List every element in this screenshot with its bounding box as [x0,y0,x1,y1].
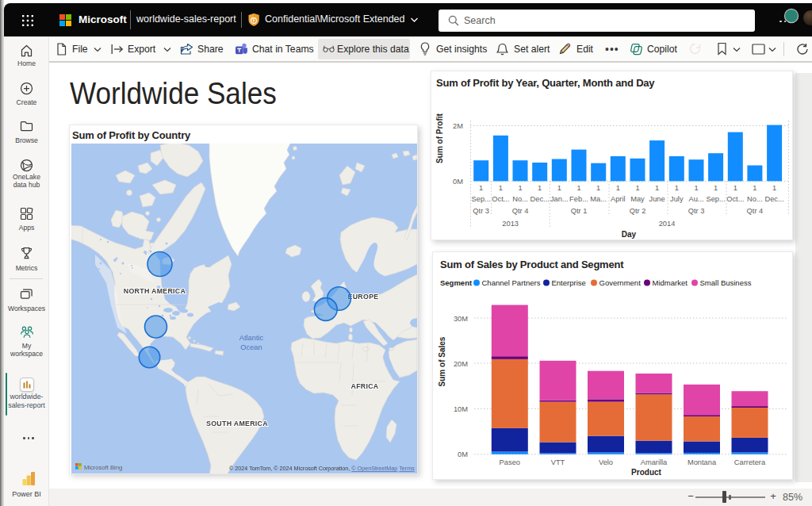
svg-text:NORTH AMERICA: NORTH AMERICA [124,287,186,295]
svg-text:Segment: Segment [440,278,473,287]
svg-text:Ocean: Ocean [240,343,262,351]
svg-text:1: 1 [655,184,659,192]
svg-text:1: 1 [694,184,698,192]
svg-text:July: July [670,195,684,203]
svg-text:1: 1 [753,184,756,192]
svg-text:1: 1 [518,184,522,192]
svg-text:Sep...: Sep... [472,195,491,203]
svg-text:Government: Government [599,278,642,287]
svg-text:1: 1 [557,184,561,192]
svg-text:1: 1 [616,184,620,192]
svg-text:VTT: VTT [551,458,565,466]
svg-text:Montana: Montana [688,458,717,466]
svg-text:1: 1 [576,184,580,192]
svg-text:Dec...: Dec... [530,195,550,203]
svg-text:0M: 0M [453,178,463,186]
svg-text:Feb...: Feb... [569,195,588,203]
svg-text:30M: 30M [454,315,468,323]
svg-text:Qtr 2: Qtr 2 [630,207,646,215]
svg-text:1: 1 [538,184,542,192]
svg-text:Small Business: Small Business [700,278,752,287]
svg-text:No...: No... [512,195,528,203]
svg-text:Sum of Sales: Sum of Sales [438,336,446,386]
svg-text:EUROPE: EUROPE [348,293,379,301]
svg-text:1: 1 [635,184,639,192]
svg-text:2014: 2014 [659,220,676,228]
svg-text:Carretera: Carretera [734,458,766,466]
svg-text:Oct...: Oct... [492,195,509,203]
svg-text:Au...: Au... [688,195,703,203]
svg-text:Sum of Sales by Product and Se: Sum of Sales by Product and Segment [440,259,624,270]
svg-text:Enterprise: Enterprise [552,278,586,287]
svg-text:Qtr 3: Qtr 3 [688,207,705,215]
svg-text:0M: 0M [458,450,468,458]
svg-text:1: 1 [479,184,483,192]
svg-text:Qtr 4: Qtr 4 [747,207,764,215]
svg-text:Sum of Profit: Sum of Profit [435,113,444,163]
svg-text:Paseo: Paseo [500,458,520,466]
svg-text:May: May [630,195,645,203]
svg-text:Product: Product [631,468,661,477]
svg-text:Velo: Velo [599,458,613,466]
svg-text:Amarilla: Amarilla [641,458,668,466]
svg-text:Dec...: Dec... [764,195,783,203]
svg-text:Microsoft Bing: Microsoft Bing [84,464,122,471]
svg-text:AFRICA: AFRICA [350,382,378,390]
svg-text:10M: 10M [454,405,468,413]
svg-text:1: 1 [596,184,600,192]
svg-text:1: 1 [675,184,679,192]
svg-text:2013: 2013 [502,220,519,228]
svg-text:Atlantic: Atlantic [239,334,264,342]
svg-text:Ma...: Ma... [590,195,607,203]
svg-text:SOUTH AMERICA: SOUTH AMERICA [206,420,268,427]
svg-text:Qtr 1: Qtr 1 [571,207,588,215]
svg-text:April: April [611,195,626,203]
svg-text:Channel Partners: Channel Partners [482,278,541,287]
svg-text:2M: 2M [453,122,463,130]
svg-text:Qtr 3: Qtr 3 [473,207,489,215]
svg-text:Oct...: Oct... [726,195,744,203]
svg-text:No...: No... [747,195,763,203]
svg-text:1: 1 [733,184,737,192]
svg-text:Midmarket: Midmarket [653,278,688,287]
svg-text:1: 1 [714,184,718,192]
svg-text:20M: 20M [454,360,468,368]
svg-text:Sum of Profit by Year, Quarter: Sum of Profit by Year, Quarter, Month an… [436,77,655,89]
svg-text:Day: Day [622,230,637,239]
svg-text:Qtr 4: Qtr 4 [512,207,529,215]
svg-text:© 2024 TomTom, © 2024 Microsof: © 2024 TomTom, © 2024 Microsoft Corporat… [229,465,415,472]
svg-text:Jan...: Jan... [550,195,569,203]
svg-text:Sep...: Sep... [706,195,725,203]
svg-text:1: 1 [772,184,776,192]
svg-text:1: 1 [499,184,503,192]
svg-text:June: June [649,195,665,203]
